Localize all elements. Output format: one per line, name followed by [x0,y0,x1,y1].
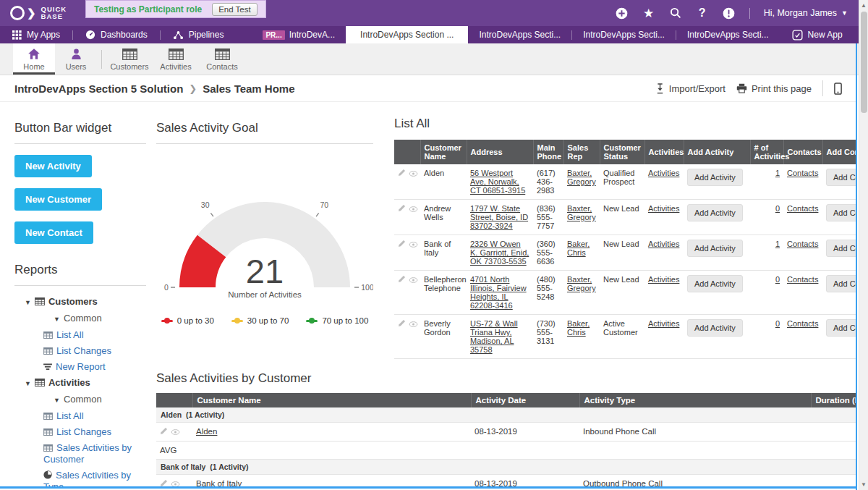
customer-link[interactable]: Alden [196,427,217,436]
star-icon[interactable]: ★ [642,7,655,20]
contacts-link[interactable]: Contacts [787,204,818,213]
user-menu[interactable]: Hi, Morgan James ▼ [764,8,848,18]
caret-down-icon[interactable]: ▼ [54,397,60,404]
address-link[interactable]: 4701 North Illinois, Fairview Heights, I… [470,275,527,310]
report-link-list-all[interactable]: List All [14,329,146,341]
pencil-icon[interactable] [398,169,406,177]
activities-link[interactable]: Activities [648,319,679,328]
activities-link[interactable]: Activities [648,169,679,177]
column-header[interactable]: Duration (Mins) [811,393,856,407]
eye-icon[interactable] [409,206,418,212]
app-tab[interactable]: IntroDevApps Secti... [676,26,780,43]
column-header[interactable]: Customer Status [600,140,644,164]
report-link-sales-activities-by-type[interactable]: Sales Activities by Type [14,470,146,486]
add-activity-button[interactable]: Add Activity [687,275,743,292]
add-contact-button[interactable]: Add Contact [826,169,856,186]
column-header[interactable]: Activity Type [579,393,811,407]
report-link-list-changes[interactable]: List Changes [14,426,146,438]
sales-rep-link[interactable]: Baxter, Gregory [567,204,596,221]
contacts-link[interactable]: Contacts [787,169,818,177]
activities-link[interactable]: Activities [648,275,679,284]
subnav-tab-activities[interactable]: Activities [153,43,199,75]
add-activity-button[interactable]: Add Activity [687,169,743,186]
import-export-button[interactable]: Import/Export [655,83,726,94]
tree-node-activities[interactable]: ▼Activities [14,377,146,389]
add-contact-button[interactable]: Add Contact [826,275,856,292]
address-link[interactable]: 1797 W. State Street, Boise, ID 83702-39… [470,204,528,230]
column-header[interactable]: Add Activity [684,140,750,164]
report-link-list-changes[interactable]: List Changes [14,345,146,357]
nav-item-my-apps[interactable]: My Apps [0,26,72,43]
sales-rep-link[interactable]: Baker, Chris [567,240,590,257]
report-link-sales-activities-by-customer[interactable]: Sales Activities by Customer [14,442,146,465]
subnav-tab-contacts[interactable]: Contacts [199,43,245,75]
subnav-tab-home[interactable]: Home [13,43,55,75]
eye-icon[interactable] [409,277,418,283]
add-activity-button[interactable]: Add Activity [687,240,743,257]
add-activity-button[interactable]: Add Activity [687,204,743,221]
app-tab[interactable]: IntroDevApps Secti... [468,26,571,43]
add-activity-button[interactable]: Add Activity [687,319,743,337]
address-link[interactable]: 56 Westport Ave, Norwalk, CT 06851-3915 [470,169,525,195]
scroll-up-arrow[interactable]: ▲ [859,2,868,9]
sales-rep-link[interactable]: Baker, Chris [567,319,590,337]
add-contact-button[interactable]: Add Contact [826,240,856,257]
app-tab[interactable]: IntroDevApps Secti... [572,26,676,43]
caret-down-icon[interactable]: ▼ [25,380,31,387]
app-tab[interactable]: PR...IntroDevA... [252,26,346,43]
mobile-icon[interactable] [834,83,842,95]
new-activity-button[interactable]: New Activity [14,155,92,177]
scrollbar-thumb[interactable] [861,12,867,113]
sales-rep-link[interactable]: Baxter, Gregory [567,169,596,186]
column-header[interactable]: Contacts [783,140,822,164]
tree-node-customers[interactable]: ▼Customers [14,296,146,308]
pencil-icon[interactable] [160,479,168,486]
report-link-list-all[interactable]: List All [14,410,146,422]
eye-icon[interactable] [171,481,180,486]
activities-link[interactable]: Activities [648,240,679,248]
app-tab-active[interactable]: IntroDevApps Section ... [346,26,468,43]
activity-count-link[interactable]: 1 [775,240,780,248]
eye-icon[interactable] [409,321,418,327]
activity-count-link[interactable]: 0 [775,204,780,213]
pencil-icon[interactable] [398,240,406,248]
add-contact-button[interactable]: Add Contact [826,319,856,337]
column-header[interactable]: Add Contact [822,140,856,164]
new-customer-button[interactable]: New Customer [14,188,102,211]
column-header[interactable]: Activities [644,140,684,164]
plus-circle-icon[interactable] [616,7,629,20]
breadcrumb-app-link[interactable]: IntroDevApps Section 5 Solution [14,83,183,95]
address-link[interactable]: 2326 W Owen K. Garriott, Enid, OK 73703-… [470,240,529,266]
customer-link[interactable]: Bank of Italy [196,479,242,486]
pencil-icon[interactable] [398,319,406,327]
contacts-link[interactable]: Contacts [787,275,818,284]
new-contact-button[interactable]: New Contact [14,221,93,244]
column-header[interactable]: Address [467,140,533,164]
column-header[interactable]: Activity Date [471,393,579,407]
search-icon[interactable] [669,7,682,20]
caret-down-icon[interactable]: ▼ [54,316,60,323]
column-header[interactable]: Customer Name [420,140,467,164]
pencil-icon[interactable] [398,275,406,283]
add-contact-button[interactable]: Add Contact [826,204,856,221]
vertical-scrollbar[interactable]: ▲ ▼ [859,0,868,490]
eye-icon[interactable] [409,171,418,177]
nav-item-dashboards[interactable]: Dashboards [73,26,160,43]
contacts-link[interactable]: Contacts [787,319,818,328]
column-header[interactable]: Customer Name [192,393,471,407]
activity-count-link[interactable]: 1 [775,169,780,177]
print-page-button[interactable]: Print this page [736,83,812,94]
contacts-link[interactable]: Contacts [787,240,818,248]
nav-item-pipelines[interactable]: Pipelines [161,26,237,43]
column-header[interactable]: # of Activities [750,140,783,164]
column-header[interactable] [156,393,192,407]
new-app-tab[interactable]: New App [780,26,855,43]
pencil-icon[interactable] [398,204,406,212]
column-header[interactable]: Main Phone [533,140,563,164]
eye-icon[interactable] [409,242,418,248]
activities-link[interactable]: Activities [648,204,679,213]
eye-icon[interactable] [171,429,180,435]
address-link[interactable]: US-72 & Wall Triana Hwy, Madison, AL 357… [470,319,518,354]
activity-count-link[interactable]: 0 [775,275,780,284]
help-icon[interactable]: ? [696,7,709,20]
